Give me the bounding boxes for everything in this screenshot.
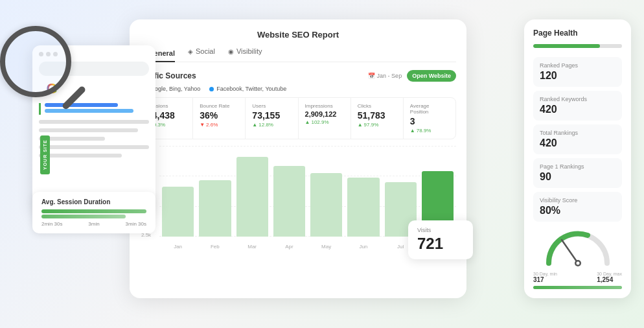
legend-dot-facebook	[209, 87, 214, 91]
health-metric-ranked-keywords: Ranked Keywords 420	[533, 91, 622, 121]
tab-visibility[interactable]: ◉ Visibility	[228, 47, 262, 58]
gauge-max-section: 30 Day, max 1,254	[597, 272, 622, 283]
health-metric-visibility: Visibility Score 80%	[533, 192, 622, 222]
visibility-score-label: Visibility Score	[540, 197, 615, 204]
bar-group-feb	[199, 146, 231, 237]
bar-group-apr	[273, 146, 305, 237]
gauge-max-value: 1,254	[597, 276, 622, 283]
legend-label-facebook: Facebook, Twitter, Youtube	[216, 86, 286, 92]
legend-row: Google, Bing, Yahoo Facebook, Twitter, Y…	[140, 86, 456, 92]
gauge-max-label: 30 Day, max	[597, 272, 622, 276]
metric-avg-position-value: 3	[410, 116, 449, 126]
visits-value: 721	[417, 235, 464, 253]
left-panel: G YOUR SITE Avg. Session Duration	[13, 32, 155, 240]
metric-bounce-label: Bounce Rate	[200, 103, 238, 109]
metric-users-change: ▲ 12.8%	[252, 122, 291, 128]
ranked-keywords-label: Ranked Keywords	[540, 96, 615, 102]
bar-apr	[273, 166, 305, 237]
metric-avg-position-label: Average Position	[410, 103, 449, 115]
visits-overlay: Visits 721	[408, 220, 473, 259]
header-right: 📅 Jan - Sep Open Website	[368, 70, 456, 82]
gauge-min-label: 30 Day, min	[533, 272, 557, 276]
date-range: 📅 Jan - Sep	[368, 73, 402, 79]
up-arrow-icon-5: ▲	[410, 128, 415, 134]
seo-report-card: Website SEO Report ⚙ General ◈ Social ◉ …	[130, 19, 466, 298]
x-label-jun: Jun	[347, 244, 379, 250]
progress-bar-container	[41, 209, 146, 218]
metric-users-value: 73,155	[252, 110, 291, 121]
seo-report-title: Website SEO Report	[140, 30, 456, 40]
ranked-pages-value: 120	[540, 70, 615, 82]
page-health-title: Page Health	[533, 29, 622, 38]
bar-jan	[162, 187, 194, 237]
metric-bounce-value: 36%	[200, 110, 238, 121]
magnifier-handle	[62, 85, 87, 110]
bar-mar	[236, 157, 268, 237]
bar-may	[310, 173, 342, 237]
result-line-2	[39, 128, 138, 132]
metric-impressions-label: Impressions	[305, 103, 344, 109]
calendar-icon: 📅	[368, 73, 375, 79]
up-arrow-icon-4: ▲	[358, 122, 363, 128]
bar-group-may	[310, 146, 342, 237]
tab-visibility-label: Visibility	[236, 47, 262, 55]
bar-group-jan	[162, 146, 194, 237]
progress-bar-2	[41, 215, 126, 218]
health-metric-ranked-pages: Ranked Pages 120	[533, 57, 622, 87]
visibility-icon: ◉	[228, 48, 234, 55]
bar-group-mar	[236, 146, 268, 237]
visibility-score-value: 80%	[540, 205, 615, 217]
result-line-4	[39, 145, 149, 149]
traffic-sources-header: Traffic Sources 📅 Jan - Sep Open Website	[140, 70, 456, 82]
metric-clicks-change: ▲ 97.9%	[358, 122, 397, 128]
bar-jun	[347, 178, 379, 237]
progress-labels: 2min 30s 3min 3min 30s	[41, 221, 146, 227]
result-line-5	[39, 154, 122, 158]
x-label-mar: Mar	[236, 244, 268, 250]
progress-label-2: 3min	[88, 221, 99, 227]
social-icon: ◈	[188, 48, 193, 55]
metric-clicks-label: Clicks	[358, 103, 397, 109]
metric-impressions-change: ▲ 102.9%	[305, 119, 344, 125]
date-range-text: Jan - Sep	[377, 73, 402, 79]
x-label-jan: Jan	[162, 244, 194, 250]
metric-impressions: Impressions 2,909,122 ▲ 102.9%	[299, 98, 351, 139]
metric-clicks-value: 51,783	[358, 110, 397, 121]
magnifier	[0, 26, 91, 117]
tab-social[interactable]: ◈ Social	[188, 47, 215, 58]
metric-avg-position: Average Position 3 ▲ 78.9%	[404, 98, 455, 139]
health-metric-total-rankings: Total Rankings 420	[533, 124, 622, 154]
gauge-progress-bar	[533, 286, 622, 289]
ranked-pages-label: Ranked Pages	[540, 62, 615, 69]
page-health-card: Page Health Ranked Pages 120 Ranked Keyw…	[524, 19, 631, 298]
metric-users: Users 73,155 ▲ 12.8%	[246, 98, 298, 139]
up-arrow-icon-2: ▲	[252, 122, 257, 128]
open-website-button[interactable]: Open Website	[407, 70, 456, 82]
x-label-apr: Apr	[273, 244, 305, 250]
visits-label: Visits	[417, 227, 464, 233]
gauge-min-value: 317	[533, 276, 557, 283]
health-progress-fill	[533, 44, 600, 48]
metric-avg-position-change: ▲ 78.9%	[410, 128, 449, 134]
bar-feb	[199, 180, 231, 237]
total-rankings-value: 420	[540, 137, 615, 149]
tabs-row: ⚙ General ◈ Social ◉ Visibility	[140, 47, 456, 62]
main-container: G YOUR SITE Avg. Session Duration	[0, 0, 644, 328]
down-arrow-icon: ▼	[200, 122, 205, 128]
svg-point-2	[576, 262, 579, 265]
svg-line-0	[562, 240, 578, 263]
progress-label-1: 2min 30s	[41, 221, 62, 227]
gauge-container	[533, 226, 622, 268]
health-metric-page1-rankings: Page 1 Rankings 90	[533, 158, 622, 188]
x-label-may: May	[310, 244, 342, 250]
total-rankings-label: Total Rankings	[540, 130, 615, 136]
health-progress-bar	[533, 44, 622, 48]
x-label-feb: Feb	[199, 244, 231, 250]
metric-bounce: Bounce Rate 36% ▼ 2.6%	[193, 98, 246, 139]
avg-session-title: Avg. Session Duration	[41, 198, 146, 205]
up-arrow-icon-3: ▲	[305, 119, 310, 125]
magnifier-glass	[0, 26, 71, 97]
metric-users-label: Users	[252, 103, 291, 109]
avg-session-card: Avg. Session Duration 2min 30s 3min 3min…	[32, 192, 155, 233]
page1-rankings-label: Page 1 Rankings	[540, 163, 615, 170]
